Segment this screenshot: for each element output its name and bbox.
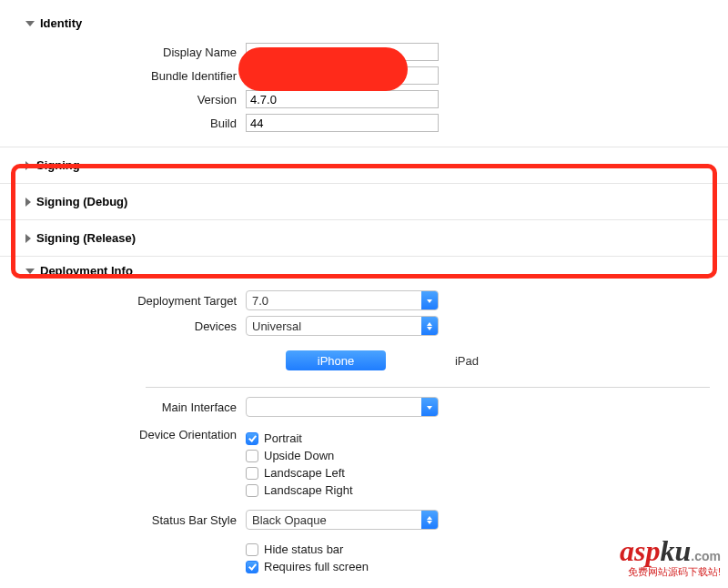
devices-combo[interactable]: Universal [246,316,439,336]
status-bar-style-combo[interactable]: Black Opaque [246,510,439,530]
label-display-name: Display Name [0,46,246,59]
version-input[interactable] [246,90,439,108]
label-build: Build [0,117,246,130]
disclosure-triangle-down-icon [25,269,35,274]
main-interface-value [247,398,421,416]
label-status-bar-style: Status Bar Style [0,513,246,527]
section-signing-header[interactable]: Signing [0,147,728,183]
orientation-upside-down-row[interactable]: Upside Down [246,449,353,462]
row-build: Build [0,114,728,132]
section-title: Signing (Release) [36,231,136,245]
checkbox-label: Landscape Left [264,466,345,480]
row-status-bar-style: Status Bar Style Black Opaque [0,510,728,530]
label-deployment-target: Deployment Target [0,294,246,308]
annotation-redaction [238,47,408,91]
checkbox-hide-status-bar[interactable] [246,543,258,556]
deployment-target-combo[interactable]: 7.0 [246,290,439,310]
disclosure-triangle-right-icon [25,161,31,170]
chevron-updown-icon [421,317,438,335]
orientation-portrait-row[interactable]: Portrait [246,431,353,445]
section-title: Deployment Info [40,264,133,278]
main-interface-combo[interactable] [246,397,439,417]
row-device-tabs: iPhone iPad [0,341,728,380]
watermark: aspku.com 免费网站源码下载站! [620,536,721,577]
checkbox-label: Landscape Right [264,483,353,497]
chevron-down-icon [421,291,438,309]
checkbox-landscape-right[interactable] [246,484,258,497]
label-devices: Devices [0,319,246,333]
hide-status-bar-row[interactable]: Hide status bar [246,542,369,556]
watermark-brand-b: ku [661,534,692,567]
watermark-tagline: 免费网站源码下载站! [620,567,721,577]
orientation-landscape-right-row[interactable]: Landscape Right [246,483,353,497]
label-device-orientation: Device Orientation [0,428,246,441]
disclosure-triangle-right-icon [25,234,31,243]
tab-ipad[interactable]: iPad [417,350,517,370]
section-title: Identity [40,16,82,30]
devices-value: Universal [247,317,421,335]
orientation-landscape-left-row[interactable]: Landscape Left [246,466,353,480]
checkbox-label: Upside Down [264,449,334,462]
section-deployment-info-header[interactable]: Deployment Info [0,256,728,285]
checkbox-upside-down[interactable] [246,450,258,462]
section-identity-header[interactable]: Identity [0,0,728,37]
row-deployment-target: Deployment Target 7.0 [0,290,728,310]
row-version: Version [0,90,728,108]
section-signing-release-header[interactable]: Signing (Release) [0,219,728,256]
row-device-orientation: Device Orientation Portrait Upside Down … [0,428,728,501]
row-main-interface: Main Interface [0,397,728,417]
checkbox-landscape-left[interactable] [246,467,258,480]
divider [146,387,710,388]
section-title: Signing [36,158,80,172]
checkbox-label: Hide status bar [264,542,343,556]
requires-full-screen-row[interactable]: Requires full screen [246,560,369,573]
disclosure-triangle-right-icon [25,198,31,207]
build-input[interactable] [246,114,439,132]
tab-iphone[interactable]: iPhone [286,350,386,370]
checkbox-label: Requires full screen [264,560,369,573]
checkbox-requires-full-screen[interactable] [246,561,258,573]
disclosure-triangle-down-icon [25,21,35,26]
watermark-dot-com: .com [691,549,721,563]
row-status-bar-options: Hide status bar Requires full screen [0,539,728,577]
section-signing-debug-header[interactable]: Signing (Debug) [0,183,728,219]
chevron-updown-icon [421,511,438,529]
status-bar-style-value: Black Opaque [247,511,421,529]
chevron-down-icon [421,398,438,416]
label-main-interface: Main Interface [0,400,246,414]
checkbox-portrait[interactable] [246,432,258,445]
section-title: Signing (Debug) [36,195,127,208]
deployment-target-value: 7.0 [247,291,421,309]
checkbox-label: Portrait [264,431,302,445]
watermark-brand-a: asp [620,534,660,567]
label-bundle-identifier: Bundle Identifier [0,69,246,83]
label-version: Version [0,93,246,106]
row-devices: Devices Universal [0,316,728,336]
